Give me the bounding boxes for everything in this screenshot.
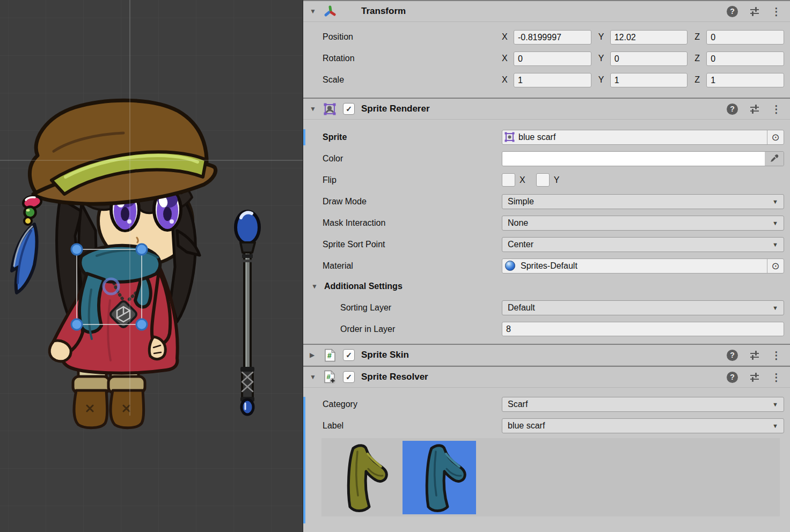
- help-icon[interactable]: ?: [727, 104, 738, 115]
- axis-z-label: Z: [694, 32, 703, 42]
- color-row: Color: [303, 151, 784, 166]
- scale-label: Scale: [323, 75, 502, 85]
- foldout-icon[interactable]: ▶: [310, 351, 323, 359]
- scene-view[interactable]: [0, 0, 303, 532]
- menu-icon[interactable]: ⋮: [771, 372, 781, 382]
- additional-settings-row[interactable]: ▼ Additional Settings: [303, 279, 784, 293]
- sprite-sort-point-value: Center: [508, 240, 533, 249]
- axis-x-label: X: [502, 32, 510, 42]
- foldout-icon[interactable]: ▼: [311, 283, 324, 290]
- sorting-layer-value: Default: [508, 303, 535, 313]
- component-transform: ▼ Transform ? ⋮ Position X-0.8199997 Y12…: [303, 0, 790, 98]
- staff-gem: [242, 400, 253, 415]
- sprite-resolver-header[interactable]: ▼ # ✓ Sprite Resolver ? ⋮: [303, 366, 790, 388]
- draw-mode-label: Draw Mode: [323, 197, 502, 206]
- position-label: Position: [323, 32, 502, 42]
- flip-label: Flip: [323, 175, 502, 185]
- preset-icon[interactable]: [749, 371, 760, 383]
- rotation-row: Rotation X0 Y0 Z0: [303, 51, 784, 66]
- foldout-icon[interactable]: ▼: [310, 105, 323, 113]
- category-row: Category Scarf ▼: [303, 396, 784, 412]
- color-swatch[interactable]: [502, 152, 765, 166]
- category-dropdown[interactable]: Scarf ▼: [502, 397, 784, 412]
- position-z-field[interactable]: 0: [706, 30, 784, 45]
- rotation-x-field[interactable]: 0: [514, 51, 591, 66]
- preset-icon[interactable]: [749, 5, 760, 17]
- scene-canvas[interactable]: [0, 0, 303, 532]
- sprite-thumb-green-scarf[interactable]: [324, 441, 398, 514]
- order-in-layer-row: Order in Layer 8: [303, 321, 784, 337]
- svg-text:#: #: [327, 351, 332, 360]
- sorting-layer-label: Sorting Layer: [340, 303, 502, 313]
- foldout-icon[interactable]: ▼: [310, 373, 323, 381]
- help-icon[interactable]: ?: [727, 372, 738, 383]
- order-in-layer-field[interactable]: 8: [502, 322, 784, 336]
- component-enabled-checkbox[interactable]: ✓: [343, 103, 355, 115]
- sprite-object-field[interactable]: blue scarf ⊙: [502, 130, 784, 145]
- label-label: Label: [323, 421, 502, 431]
- order-in-layer-label: Order in Layer: [340, 324, 502, 334]
- color-field[interactable]: [502, 151, 784, 166]
- script-plus-icon: #: [323, 370, 337, 384]
- component-enabled-checkbox[interactable]: ✓: [343, 349, 355, 361]
- foldout-icon[interactable]: ▼: [310, 8, 323, 15]
- label-value: blue scarf: [508, 421, 545, 431]
- axis-x-label: X: [502, 54, 510, 63]
- menu-icon[interactable]: ⋮: [771, 350, 781, 360]
- material-object-value: Sprites-Default: [519, 261, 767, 271]
- preset-icon[interactable]: [749, 103, 760, 115]
- draw-mode-dropdown[interactable]: Simple ▼: [502, 194, 784, 209]
- help-icon[interactable]: ?: [727, 350, 738, 361]
- sprite-sort-point-dropdown[interactable]: Center ▼: [502, 237, 784, 252]
- chevron-down-icon: ▼: [772, 423, 778, 429]
- flip-y-checkbox[interactable]: [536, 173, 550, 187]
- mask-interaction-row: Mask Interaction None ▼: [303, 215, 784, 231]
- material-object-field[interactable]: Sprites-Default ⊙: [502, 258, 784, 274]
- rotation-z-field[interactable]: 0: [706, 51, 784, 66]
- axis-y-label: Y: [598, 32, 606, 42]
- menu-icon[interactable]: ⋮: [771, 6, 781, 17]
- scale-x-field[interactable]: 1: [514, 73, 591, 87]
- flip-x-checkbox[interactable]: [502, 173, 515, 187]
- chevron-down-icon: ▼: [772, 220, 778, 226]
- sprite-skin-header[interactable]: ▶ # ✓ Sprite Skin ? ⋮: [303, 344, 790, 366]
- axis-z-label: Z: [694, 54, 703, 63]
- sprite-thumb-blue-scarf[interactable]: [403, 441, 476, 514]
- object-picker-icon[interactable]: ⊙: [767, 130, 784, 144]
- scale-z-field[interactable]: 1: [706, 73, 784, 87]
- additional-settings-label: Additional Settings: [324, 282, 403, 291]
- position-y-field[interactable]: 12.02: [610, 30, 688, 45]
- draw-mode-value: Simple: [508, 197, 534, 206]
- help-icon[interactable]: ?: [727, 6, 738, 17]
- sprite-renderer-header[interactable]: ▼ ✓ Sprite Renderer ? ⋮: [303, 98, 790, 120]
- label-dropdown[interactable]: blue scarf ▼: [502, 418, 784, 433]
- sprite-sort-point-row: Sprite Sort Point Center ▼: [303, 237, 784, 252]
- menu-icon[interactable]: ⋮: [771, 104, 781, 114]
- axis-z-label: Z: [694, 75, 703, 85]
- component-sprite-renderer: ▼ ✓ Sprite Renderer ? ⋮ Sprite blue scar…: [303, 98, 790, 344]
- preset-icon[interactable]: [749, 349, 760, 361]
- mask-interaction-dropdown[interactable]: None ▼: [502, 216, 784, 231]
- position-x-field[interactable]: -0.8199997: [514, 30, 591, 45]
- inspector-panel: ▼ Transform ? ⋮ Position X-0.8199997 Y12…: [303, 0, 790, 532]
- sprite-label: Sprite: [323, 132, 502, 142]
- color-label: Color: [323, 154, 502, 164]
- object-picker-icon[interactable]: ⊙: [767, 259, 784, 273]
- flip-row: Flip X Y: [303, 172, 784, 188]
- component-enabled-checkbox[interactable]: ✓: [343, 371, 355, 383]
- component-title: Transform: [361, 6, 406, 17]
- scale-y-field[interactable]: 1: [610, 73, 688, 87]
- eyedropper-icon[interactable]: [765, 152, 784, 166]
- scale-row: Scale X1 Y1 Z1: [303, 72, 784, 87]
- rotation-y-field[interactable]: 0: [610, 51, 688, 66]
- transform-header[interactable]: ▼ Transform ? ⋮: [303, 0, 790, 22]
- component-title: Sprite Renderer: [361, 104, 430, 114]
- category-label: Category: [323, 400, 502, 409]
- rotation-label: Rotation: [323, 54, 502, 63]
- axis-y-label: Y: [598, 75, 606, 85]
- chevron-down-icon: ▼: [772, 198, 778, 205]
- material-row: Material Sprites-Default ⊙: [303, 258, 784, 274]
- draw-mode-row: Draw Mode Simple ▼: [303, 194, 784, 209]
- component-sprite-resolver: ▼ # ✓ Sprite Resolver ? ⋮ Category Scarf…: [303, 366, 790, 516]
- sorting-layer-dropdown[interactable]: Default ▼: [502, 300, 784, 315]
